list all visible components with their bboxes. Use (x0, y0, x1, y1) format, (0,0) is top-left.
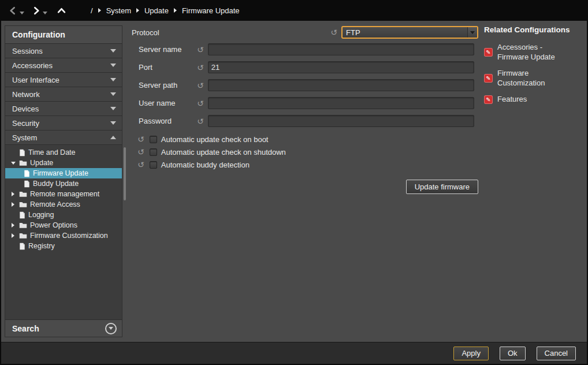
reset-icon[interactable]: ↺ (197, 81, 204, 90)
tree-item-buddy-update[interactable]: Buddy Update (5, 178, 122, 189)
folder-icon (19, 232, 27, 239)
breadcrumb-root[interactable]: / (91, 6, 93, 15)
tree-item-label: Time and Date (28, 148, 76, 157)
tree-item-logging[interactable]: Logging (5, 210, 122, 220)
server-path-input[interactable] (208, 79, 474, 91)
section-label: Devices (12, 105, 110, 113)
field-label: Port (128, 63, 193, 72)
folder-icon (19, 222, 27, 229)
update-on-shutdown-checkbox[interactable] (150, 148, 157, 156)
section-label: Security (12, 119, 110, 128)
chevron-down-icon (110, 78, 116, 81)
tree-item-remote-access[interactable]: Remote Access (5, 199, 122, 210)
field-label: Password (128, 117, 193, 125)
sidebar-item-user-interface[interactable]: User Interface (5, 73, 122, 87)
tree-item-firmware-customization[interactable]: Firmware Customization (5, 230, 122, 241)
search-expand-button[interactable] (105, 323, 117, 334)
search-section: Search (5, 319, 122, 337)
reset-icon[interactable]: ↺ (137, 135, 144, 143)
forward-history-caret-icon[interactable] (43, 12, 47, 14)
application-window: / System Update Firmware Update Configur… (0, 0, 588, 365)
sidebar-scrollbar-thumb[interactable] (124, 147, 126, 200)
section-label: Accessories (12, 61, 110, 70)
tree-item-label: Registry (28, 242, 55, 250)
checkbox-label: Automatic update check on boot (161, 135, 269, 144)
edit-icon: ✎ (484, 48, 493, 57)
chevron-collapsed-icon[interactable] (10, 233, 16, 238)
field-user-name: User name ↺ (128, 97, 478, 109)
update-firmware-button[interactable]: Update firmware (406, 180, 478, 194)
section-label: Network (12, 90, 110, 99)
breadcrumb-firmware-update[interactable]: Firmware Update (182, 6, 240, 15)
back-history-caret-icon[interactable] (20, 12, 24, 14)
tree-item-firmware-update[interactable]: Firmware Update (5, 168, 122, 178)
chevron-expanded-icon[interactable] (10, 162, 16, 165)
buddy-detection-checkbox[interactable] (150, 161, 157, 169)
chevron-right-icon (31, 6, 41, 16)
cancel-button[interactable]: Cancel (537, 347, 576, 360)
section-label: System (12, 133, 110, 142)
sidebar-item-security[interactable]: Security (5, 116, 122, 131)
protocol-dropdown[interactable]: FTP (341, 26, 478, 39)
reset-icon[interactable]: ↺ (137, 148, 144, 156)
password-input[interactable] (208, 115, 474, 127)
navigation-bar: / System Update Firmware Update (0, 0, 588, 21)
tree-item-remote-management[interactable]: Remote management (5, 189, 122, 199)
ok-button[interactable]: Ok (500, 347, 526, 360)
field-protocol: Protocol ↺ FTP (128, 25, 478, 39)
back-nav-group (8, 6, 24, 16)
page-icon (24, 180, 30, 188)
sidebar-item-system[interactable]: System (5, 131, 122, 145)
sidebar-item-devices[interactable]: Devices (5, 102, 122, 116)
field-label: User name (128, 99, 193, 107)
back-button[interactable] (8, 6, 18, 16)
apply-button[interactable]: Apply (453, 347, 489, 360)
tree-item-label: Remote management (30, 190, 99, 198)
related-link-firmware-customization[interactable]: ✎ Firmware Customization (484, 69, 585, 88)
breadcrumb: / System Update Firmware Update (91, 6, 240, 15)
up-button[interactable] (57, 6, 66, 16)
reset-icon[interactable]: ↺ (197, 46, 204, 54)
reset-icon[interactable]: ↺ (197, 99, 204, 107)
update-button-row: Update firmware (128, 180, 478, 194)
folder-icon (19, 191, 27, 198)
related-link-features[interactable]: ✎ Features (484, 95, 585, 105)
update-on-boot-checkbox[interactable] (150, 136, 157, 143)
breadcrumb-separator-icon (136, 8, 139, 13)
field-server-path: Server path ↺ (128, 79, 478, 91)
chevron-collapsed-icon[interactable] (10, 202, 16, 207)
reset-icon[interactable]: ↺ (197, 117, 204, 125)
protocol-value: FTP (343, 28, 467, 37)
server-name-input[interactable] (208, 43, 474, 55)
sidebar-item-network[interactable]: Network (5, 87, 122, 102)
breadcrumb-update[interactable]: Update (144, 6, 169, 15)
page-icon (24, 170, 30, 177)
breadcrumb-separator-icon (174, 8, 177, 13)
breadcrumb-system[interactable]: System (106, 6, 131, 15)
page-icon (19, 243, 25, 250)
chevron-down-icon (110, 121, 116, 125)
chevron-down-icon (109, 327, 113, 330)
forward-button[interactable] (31, 6, 41, 16)
reset-icon[interactable]: ↺ (137, 161, 144, 169)
field-server-name: Server name ↺ (128, 43, 478, 55)
chevron-collapsed-icon[interactable] (10, 223, 16, 228)
chevron-up-icon (110, 136, 116, 139)
related-link-accessories-firmware-update[interactable]: ✎ Accessories - Firmware Update (484, 43, 585, 62)
sidebar-item-accessories[interactable]: Accessories (5, 58, 122, 73)
chevron-collapsed-icon[interactable] (10, 192, 16, 196)
sidebar-item-sessions[interactable]: Sessions (5, 44, 122, 58)
tree-item-label: Power Options (30, 221, 77, 229)
port-input[interactable] (208, 61, 474, 73)
checkbox-row-update-on-boot: ↺ Automatic update check on boot (128, 133, 478, 146)
reset-icon[interactable]: ↺ (330, 28, 337, 36)
reset-icon[interactable]: ↺ (197, 64, 204, 72)
field-port: Port ↺ (128, 61, 478, 73)
tree-item-time-and-date[interactable]: Time and Date (5, 147, 122, 158)
checkbox-row-buddy-detection: ↺ Automatic buddy detection (128, 158, 478, 171)
tree-item-registry[interactable]: Registry (5, 241, 122, 251)
tree-item-update[interactable]: Update (5, 158, 122, 168)
breadcrumb-separator-icon (98, 8, 101, 13)
tree-item-power-options[interactable]: Power Options (5, 220, 122, 230)
user-name-input[interactable] (208, 97, 474, 109)
